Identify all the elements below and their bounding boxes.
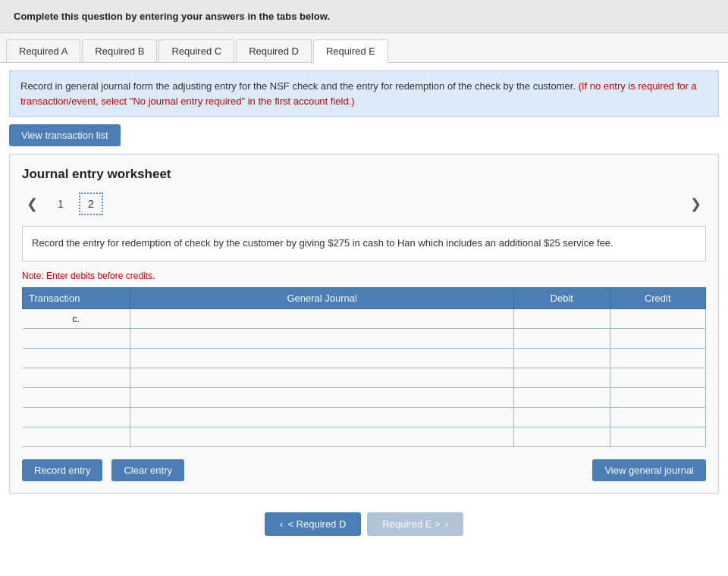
top-banner: Complete this question by entering your … — [0, 0, 728, 33]
transaction-cell-7 — [23, 427, 130, 446]
journal-cell-5[interactable] — [130, 387, 514, 407]
page-2-button[interactable]: 2 — [79, 193, 103, 215]
credit-cell-5[interactable] — [610, 387, 705, 407]
journal-input-4[interactable] — [130, 368, 513, 387]
page-prev-button[interactable]: ❮ — [22, 194, 42, 214]
description-text: Record the entry for redemption of check… — [32, 237, 613, 249]
tab-required-b[interactable]: Required B — [82, 39, 157, 62]
debit-input-1[interactable] — [514, 309, 609, 328]
journal-cell-6[interactable] — [130, 407, 514, 427]
journal-input-2[interactable] — [130, 329, 513, 348]
journal-table: Transaction General Journal Debit Credit… — [22, 287, 706, 447]
transaction-cell-5 — [23, 387, 130, 407]
credit-cell-3[interactable] — [610, 348, 705, 368]
journal-input-7[interactable] — [130, 427, 513, 446]
debit-input-5[interactable] — [514, 388, 609, 407]
col-header-transaction: Transaction — [23, 287, 130, 308]
table-row — [23, 328, 706, 348]
col-header-journal: General Journal — [130, 287, 514, 308]
credit-input-6[interactable] — [610, 408, 705, 427]
action-right: View general journal — [592, 459, 706, 481]
transaction-cell-3 — [23, 348, 130, 368]
tabs-bar: Required A Required B Required C Require… — [0, 33, 728, 63]
description-box: Record the entry for redemption of check… — [22, 226, 706, 261]
worksheet-container: Journal entry worksheet ❮ 1 2 ❯ Record t… — [9, 154, 719, 494]
worksheet-title: Journal entry worksheet — [22, 167, 706, 182]
credit-input-2[interactable] — [610, 329, 705, 348]
debit-input-2[interactable] — [514, 329, 609, 348]
view-general-journal-button[interactable]: View general journal — [592, 459, 706, 481]
credit-cell-4[interactable] — [610, 368, 705, 387]
tab-required-d[interactable]: Required D — [236, 39, 312, 62]
table-row — [23, 427, 706, 446]
debit-cell-2[interactable] — [514, 328, 610, 348]
table-row — [23, 407, 706, 427]
journal-cell-4[interactable] — [130, 368, 514, 387]
col-header-debit: Debit — [514, 287, 610, 308]
debit-cell-1[interactable] — [514, 308, 610, 328]
page-nav: ❮ 1 2 ❯ — [22, 193, 706, 215]
next-nav-button: Required E > › — [367, 512, 463, 536]
bottom-nav: ‹ < Required D Required E > › — [0, 512, 728, 536]
table-row — [23, 348, 706, 368]
journal-cell-7[interactable] — [130, 427, 514, 446]
debit-input-3[interactable] — [514, 349, 609, 368]
table-row — [23, 368, 706, 387]
instruction-main: Record in general journal form the adjus… — [20, 80, 576, 92]
debit-cell-7[interactable] — [514, 427, 610, 446]
next-chevron-icon: › — [445, 518, 448, 530]
chevron-right-icon: ❯ — [690, 196, 701, 211]
journal-cell-2[interactable] — [130, 328, 514, 348]
credit-cell-7[interactable] — [610, 427, 705, 446]
journal-input-3[interactable] — [130, 349, 513, 368]
prev-nav-label: < Required D — [287, 518, 346, 530]
debit-cell-4[interactable] — [514, 368, 610, 387]
record-entry-button[interactable]: Record entry — [22, 459, 102, 481]
journal-input-6[interactable] — [130, 408, 513, 427]
credit-cell-6[interactable] — [610, 407, 705, 427]
page-1-button[interactable]: 1 — [49, 193, 73, 215]
credit-input-1[interactable] — [610, 309, 705, 328]
instruction-box: Record in general journal form the adjus… — [9, 70, 719, 117]
debit-cell-5[interactable] — [514, 387, 610, 407]
note-text: Note: Enter debits before credits. — [22, 271, 706, 281]
page-next-button[interactable]: ❯ — [686, 194, 706, 214]
tab-required-c[interactable]: Required C — [158, 39, 234, 62]
tab-required-e[interactable]: Required E — [313, 39, 388, 63]
credit-input-5[interactable] — [610, 388, 705, 407]
journal-input-1[interactable] — [130, 309, 513, 328]
banner-text: Complete this question by entering your … — [14, 11, 330, 22]
prev-chevron-icon: ‹ — [280, 518, 283, 530]
debit-input-6[interactable] — [514, 408, 609, 427]
debit-input-7[interactable] — [514, 427, 609, 446]
action-row: Record entry Clear entry View general jo… — [22, 459, 706, 481]
journal-cell-1[interactable] — [130, 308, 514, 328]
view-transaction-list-button[interactable]: View transaction list — [9, 124, 121, 146]
transaction-cell-2 — [23, 328, 130, 348]
debit-cell-6[interactable] — [514, 407, 610, 427]
credit-input-3[interactable] — [610, 349, 705, 368]
credit-cell-2[interactable] — [610, 328, 705, 348]
transaction-cell-4 — [23, 368, 130, 387]
clear-entry-button[interactable]: Clear entry — [111, 459, 184, 481]
table-row: c. — [23, 308, 706, 328]
debit-input-4[interactable] — [514, 368, 609, 387]
credit-input-7[interactable] — [610, 427, 705, 446]
prev-nav-button[interactable]: ‹ < Required D — [265, 512, 361, 536]
journal-cell-3[interactable] — [130, 348, 514, 368]
view-btn-row: View transaction list — [9, 124, 719, 146]
chevron-left-icon: ❮ — [27, 196, 38, 211]
credit-input-4[interactable] — [610, 368, 705, 387]
credit-cell-1[interactable] — [610, 308, 705, 328]
transaction-cell-6 — [23, 407, 130, 427]
transaction-cell-1: c. — [23, 308, 130, 328]
journal-input-5[interactable] — [130, 388, 513, 407]
next-nav-label: Required E > — [382, 518, 440, 530]
table-row — [23, 387, 706, 407]
tab-required-a[interactable]: Required A — [6, 39, 80, 62]
debit-cell-3[interactable] — [514, 348, 610, 368]
col-header-credit: Credit — [610, 287, 705, 308]
